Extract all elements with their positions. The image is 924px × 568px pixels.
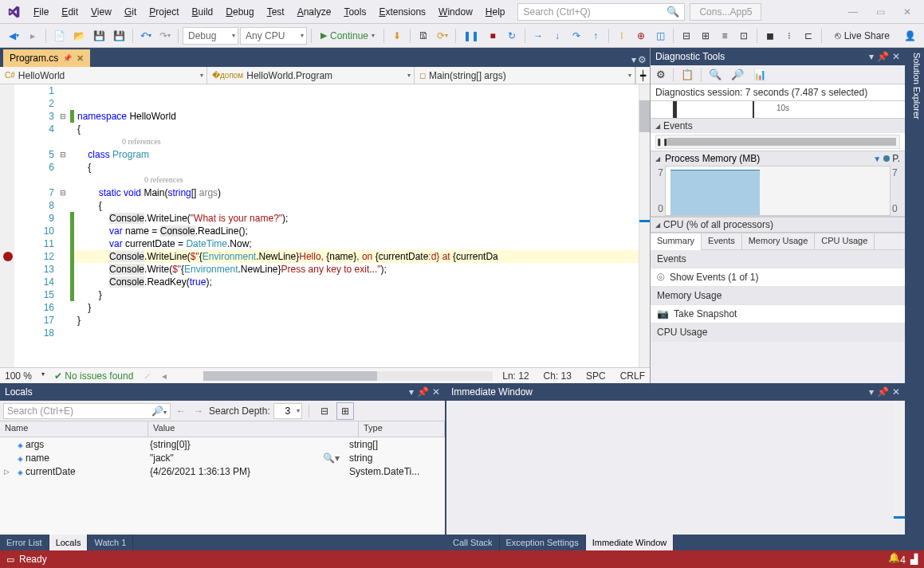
bottom-tab-error-list[interactable]: Error List (0, 535, 49, 550)
tb-icon-b[interactable]: ⊕ (632, 27, 650, 45)
nav-back-button[interactable]: ◀▾ (5, 27, 22, 45)
locals-tool-a[interactable]: ⊟ (316, 402, 333, 420)
issues-status[interactable]: ✔ No issues found (54, 370, 133, 382)
platform-dropdown[interactable]: Any CPU (240, 27, 307, 45)
restart-button[interactable]: ↻ (503, 27, 521, 45)
menu-test[interactable]: Test (261, 3, 291, 21)
maximize-button[interactable]: ▭ (867, 3, 894, 21)
bottom-tab-immediate-window[interactable]: Immediate Window (586, 535, 674, 550)
diag-tab-events[interactable]: Events (702, 233, 742, 249)
publish-icon[interactable]: ▟ (910, 554, 918, 565)
tab-dropdown-icon[interactable]: ▾ (631, 54, 636, 65)
menu-file[interactable]: File (27, 3, 55, 21)
menu-help[interactable]: Help (479, 3, 512, 21)
step-over-icon[interactable]: ↷ (568, 27, 585, 45)
save-all-icon[interactable]: 💾 (110, 27, 128, 45)
tb-icon-f[interactable]: ≡ (716, 27, 733, 45)
col-type[interactable]: Type (359, 421, 445, 437)
diag-timeline[interactable]: 10s (651, 101, 905, 119)
solution-name[interactable]: Cons...App5 (690, 3, 761, 21)
diag-tab-summary[interactable]: Summary (651, 233, 702, 250)
imm-dropdown-icon[interactable]: ▾ (869, 386, 874, 398)
tb-icon-d[interactable]: ⊟ (678, 27, 695, 45)
tab-program-cs[interactable]: Program.cs 📌 ✕ (3, 49, 90, 67)
split-editor-icon[interactable]: ┿ (635, 67, 650, 84)
menu-extensions[interactable]: Extensions (372, 3, 432, 21)
feedback-icon[interactable]: 👤 (901, 27, 919, 45)
locals-row[interactable]: ◈args{string[0]}string[] (0, 437, 445, 451)
nav-class[interactable]: �допомHelloWorld.Program (207, 67, 415, 84)
tb-icon-i[interactable]: ⁝ (780, 27, 798, 45)
memory-chart[interactable]: 70 70 (651, 166, 905, 217)
lineending-indicator[interactable]: CRLF (620, 370, 645, 382)
diag-close-icon[interactable]: ✕ (892, 51, 900, 62)
locals-dropdown-icon[interactable]: ▾ (409, 386, 414, 398)
close-button[interactable]: ✕ (894, 3, 921, 21)
save-icon[interactable]: 💾 (90, 27, 108, 45)
take-snapshot-link[interactable]: 📷Take Snapshot (651, 305, 905, 323)
show-next-stmt-icon[interactable]: → (529, 27, 547, 45)
immediate-input[interactable] (446, 401, 905, 535)
locals-close-icon[interactable]: ✕ (432, 386, 440, 398)
diag-reset-icon[interactable]: 📊 (751, 69, 769, 80)
diag-events-header[interactable]: Events (651, 119, 905, 133)
close-tab-icon[interactable]: ✕ (77, 53, 84, 64)
diag-select-tools-icon[interactable]: 📋 (678, 69, 696, 80)
live-share-button[interactable]: ⎋Live Share (830, 30, 895, 41)
diag-zoom-out-icon[interactable]: 🔎 (729, 69, 746, 80)
bottom-tab-exception-settings[interactable]: Exception Settings (500, 535, 586, 550)
config-dropdown[interactable]: Debug (183, 27, 238, 45)
menu-project[interactable]: Project (143, 3, 185, 21)
vertical-scrollbar[interactable] (639, 84, 650, 367)
diag-tab-memory-usage[interactable]: Memory Usage (742, 233, 816, 249)
menu-edit[interactable]: Edit (55, 3, 85, 21)
locals-pin-icon[interactable]: 📌 (417, 386, 429, 398)
tb-icon-g[interactable]: ⊡ (735, 27, 753, 45)
solution-explorer-tab[interactable]: Solution Explorer (905, 48, 924, 550)
locals-tool-b[interactable]: ⊞ (336, 402, 354, 420)
col-name[interactable]: Name (0, 421, 148, 437)
step-out-icon[interactable]: ↑ (587, 27, 604, 45)
stop-button[interactable]: ■ (484, 27, 501, 45)
show-events-link[interactable]: ⦾Show Events (1 of 1) (651, 268, 905, 287)
bottom-tab-watch-1[interactable]: Watch 1 (88, 535, 133, 550)
locals-row[interactable]: ◈name"jack" 🔍▾string (0, 451, 445, 464)
diag-settings-icon[interactable]: ⚙ (654, 69, 668, 80)
open-file-icon[interactable]: 📂 (70, 27, 88, 45)
diag-dropdown-icon[interactable]: ▾ (869, 51, 874, 62)
menu-window[interactable]: Window (432, 3, 479, 21)
events-track[interactable]: ❚❚ (655, 135, 900, 149)
menu-debug[interactable]: Debug (219, 3, 260, 21)
spaces-indicator[interactable]: SPC (586, 370, 606, 382)
hotreload-icon[interactable]: 🖻 (415, 27, 432, 45)
continue-button[interactable]: ▶Continue▾ (316, 27, 379, 45)
menu-tools[interactable]: Tools (337, 3, 372, 21)
nav-fwd-button[interactable]: ▸ (24, 27, 41, 45)
locals-nav-fwd[interactable]: → (191, 405, 206, 417)
menu-build[interactable]: Build (186, 3, 220, 21)
diag-tab-cpu-usage[interactable]: CPU Usage (815, 233, 875, 249)
col-value[interactable]: Value (148, 421, 359, 437)
live-icon[interactable]: ⟳▾ (434, 27, 451, 45)
menu-analyze[interactable]: Analyze (291, 3, 338, 21)
nav-project[interactable]: C#HelloWorld (0, 67, 207, 84)
notifications-icon[interactable]: 🔔4 (888, 552, 906, 566)
bottom-tab-locals[interactable]: Locals (49, 535, 88, 550)
tb-icon-c[interactable]: ◫ (651, 27, 669, 45)
tb-icon-j[interactable]: ⊏ (800, 27, 817, 45)
pause-button[interactable]: ❚❚ (460, 27, 482, 45)
bottom-tab-call-stack[interactable]: Call Stack (446, 535, 500, 550)
locals-nav-back[interactable]: ← (174, 405, 188, 417)
horizontal-scrollbar[interactable] (203, 371, 493, 381)
zoom-dropdown[interactable]: 100 % (5, 370, 45, 382)
tb-icon-a[interactable]: ⁞ (613, 27, 631, 45)
tb-icon-h[interactable]: ◼ (761, 27, 779, 45)
step-into-icon[interactable]: ↓ (549, 27, 566, 45)
new-project-icon[interactable]: 📄 (50, 27, 69, 45)
pin-icon[interactable]: 📌 (63, 54, 72, 62)
redo-button[interactable]: ↷▾ (156, 27, 174, 45)
diag-zoom-in-icon[interactable]: 🔍 (706, 69, 724, 80)
tb-icon-e[interactable]: ⊞ (697, 27, 714, 45)
imm-close-icon[interactable]: ✕ (892, 386, 900, 398)
step-icon[interactable]: ⬇ (388, 27, 406, 45)
